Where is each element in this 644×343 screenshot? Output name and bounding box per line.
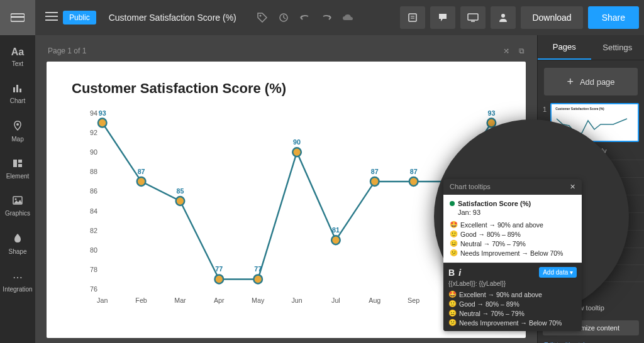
close-icon[interactable]: ✕: [570, 183, 575, 191]
svg-point-59: [370, 177, 379, 186]
page-tools: ⤨ ⧉: [503, 46, 525, 55]
clock-icon[interactable]: [274, 8, 293, 27]
svg-point-5: [259, 15, 261, 17]
svg-point-47: [137, 177, 146, 186]
svg-text:94: 94: [90, 109, 97, 117]
svg-text:Aug: Aug: [369, 297, 380, 304]
wallet-icon: [11, 13, 25, 23]
tab-settings[interactable]: Settings: [591, 35, 645, 60]
text-icon: Aa: [11, 46, 24, 58]
svg-point-23: [14, 199, 16, 200]
svg-text:82: 82: [90, 227, 97, 234]
document-title[interactable]: Customer Satisfaction Score (%): [109, 13, 236, 23]
cloud-icon[interactable]: [338, 8, 357, 27]
svg-text:90: 90: [90, 148, 97, 156]
tooltip-preview: Satisfaction Score (%) Jan: 93 🤩Excellen…: [443, 195, 582, 263]
map-icon: [13, 121, 22, 133]
editor-rating-line[interactable]: 😕Needs Improvement → Below 70%: [448, 318, 577, 327]
svg-text:Apr: Apr: [214, 297, 225, 304]
svg-point-57: [331, 236, 340, 244]
comment-icon[interactable]: [430, 6, 455, 29]
svg-point-55: [292, 148, 301, 156]
note-icon[interactable]: [400, 6, 425, 29]
svg-rect-21: [18, 164, 22, 167]
undo-icon[interactable]: [296, 8, 314, 27]
legend-dot-icon: [450, 201, 455, 206]
svg-point-45: [98, 119, 107, 128]
rating-line: 🙂Good → 80% – 89%: [450, 229, 575, 239]
element-icon: [13, 159, 23, 170]
app-logo: [0, 0, 35, 35]
svg-rect-15: [13, 87, 15, 92]
tab-pages[interactable]: Pages: [538, 35, 591, 60]
visibility-badge[interactable]: Public: [63, 11, 96, 24]
download-button[interactable]: Download: [521, 6, 582, 29]
graphics-icon: [13, 196, 23, 207]
top-bar: Public Customer Satisfaction Score (%) D…: [0, 0, 644, 35]
add-data-button[interactable]: Add data ▾: [539, 267, 577, 278]
rating-line: 😕Needs Improvement → Below 70%: [450, 248, 575, 258]
svg-text:92: 92: [90, 129, 97, 136]
svg-rect-1: [11, 16, 25, 18]
svg-text:87: 87: [371, 168, 379, 175]
svg-text:Jun: Jun: [291, 297, 302, 304]
rail-integration[interactable]: ⋯Integration: [3, 269, 32, 295]
people-icon[interactable]: [491, 6, 516, 29]
svg-text:88: 88: [90, 168, 97, 175]
svg-text:77: 77: [215, 265, 223, 273]
svg-point-51: [214, 275, 223, 283]
chart-tooltips-popup: Chart tooltips ✕ Satisfaction Score (%) …: [443, 179, 582, 331]
svg-text:87: 87: [410, 168, 418, 175]
redo-icon[interactable]: [317, 8, 336, 27]
svg-text:93: 93: [99, 109, 106, 116]
svg-rect-20: [18, 160, 22, 163]
svg-text:Sep: Sep: [408, 297, 419, 304]
template-placeholder[interactable]: {{xLabel}}: {{yLabel}}: [448, 280, 577, 287]
present-icon[interactable]: [460, 6, 486, 29]
rail-element[interactable]: Element: [6, 156, 30, 182]
rating-line: 🤩Excellent → 90% and above: [450, 220, 575, 229]
svg-text:90: 90: [293, 138, 301, 146]
shuffle-icon[interactable]: ⤨: [503, 46, 509, 55]
chart-title: Customer Satisfaction Score (%): [72, 80, 501, 97]
copy-icon[interactable]: ⧉: [519, 46, 525, 55]
rail-chart[interactable]: Chart: [10, 81, 25, 107]
bold-button[interactable]: B: [448, 268, 455, 278]
rail-shape[interactable]: Shape: [9, 231, 27, 258]
page-meta-bar: Page 1 of 1 ⤨ ⧉: [47, 43, 526, 62]
svg-point-53: [253, 275, 262, 283]
chart-icon: [13, 84, 23, 95]
svg-text:78: 78: [90, 266, 97, 273]
rail-graphics[interactable]: Graphics: [5, 193, 30, 219]
menu-icon[interactable]: [45, 11, 58, 24]
editor-rating-line[interactable]: 🤩Excellent → 90% and above: [448, 290, 577, 299]
rail-text[interactable]: AaText: [11, 44, 24, 70]
edit-tooltip-style-link[interactable]: Edit tooltip style: [538, 339, 644, 343]
italic-button[interactable]: i: [458, 268, 461, 278]
editor-rating-line[interactable]: 😐Neutral → 70% – 79%: [448, 308, 577, 318]
add-page-button[interactable]: + Add page: [544, 68, 638, 95]
tag-icon[interactable]: [253, 8, 272, 27]
editor-rating-line[interactable]: 🙂Good → 80% – 89%: [448, 299, 577, 308]
share-button[interactable]: Share: [588, 6, 639, 29]
svg-point-61: [409, 177, 418, 186]
editor-toolbar: B i Add data ▾: [448, 267, 577, 278]
page-counter: Page 1 of 1: [48, 46, 86, 55]
svg-point-14: [501, 14, 505, 18]
popup-header: Chart tooltips ✕: [443, 179, 582, 195]
svg-text:81: 81: [332, 226, 340, 234]
svg-point-18: [16, 123, 19, 126]
shape-icon: [14, 233, 21, 246]
svg-text:May: May: [252, 297, 265, 304]
svg-text:Mar: Mar: [174, 297, 186, 304]
svg-line-8: [284, 18, 286, 19]
svg-rect-16: [16, 85, 18, 92]
svg-text:Feb: Feb: [135, 297, 147, 304]
toolbar-icons: [253, 8, 357, 27]
svg-text:Jul: Jul: [331, 297, 340, 304]
rail-map[interactable]: Map: [11, 118, 23, 145]
svg-text:77: 77: [254, 265, 262, 273]
svg-text:84: 84: [90, 207, 97, 214]
svg-text:86: 86: [90, 187, 97, 195]
svg-text:93: 93: [487, 109, 495, 116]
